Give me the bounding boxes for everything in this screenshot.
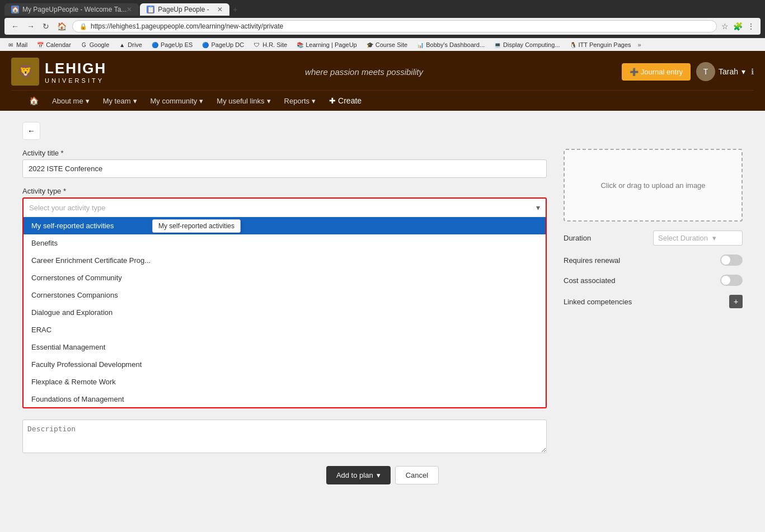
address-bar[interactable]: 🔒 https://lehighes1.pageuppeople.com/lea…: [72, 20, 717, 32]
activity-type-container: Select your activity type ▾ My self-repo…: [22, 197, 547, 408]
description-textarea[interactable]: [22, 420, 547, 453]
dropdown-item-flexplace[interactable]: Flexplace & Remote Work: [24, 373, 546, 390]
duration-label: Duration: [564, 234, 591, 242]
new-tab-button[interactable]: +: [231, 4, 240, 15]
bookmark-mail[interactable]: ✉ Mail: [4, 40, 30, 50]
logo-shield: 🦁: [11, 58, 39, 86]
activity-select-header[interactable]: Select your activity type ▾: [24, 199, 546, 217]
activity-title-input[interactable]: [22, 159, 547, 178]
bookmark-bobby[interactable]: 📊 Bobby's Dashboard...: [414, 40, 487, 50]
bookmark-drive[interactable]: ▲ Drive: [116, 40, 144, 50]
nav-about-me-label: About me: [52, 97, 83, 105]
bookmark-google[interactable]: G Google: [78, 40, 111, 50]
bookmark-pageup-es[interactable]: 🔵 PageUp ES: [149, 40, 195, 50]
duration-select[interactable]: Select Duration ▾: [653, 230, 743, 246]
app-nav: 🏠 About me ▾ My team ▾ My community ▾ My…: [11, 90, 754, 111]
bookmark-bobby-label: Bobby's Dashboard...: [426, 41, 485, 48]
cost-associated-toggle[interactable]: [720, 275, 743, 286]
nav-home[interactable]: 🏠: [22, 91, 45, 111]
logo-area: 🦁 LEHIGH UNIVERSITY: [11, 58, 106, 86]
dropdown-item-label-faculty: Faculty Professional Development: [31, 360, 142, 369]
dropdown-item-erac[interactable]: ERAC: [24, 321, 546, 338]
dropdown-item-benefits[interactable]: Benefits: [24, 234, 546, 252]
nav-about-me[interactable]: About me ▾: [45, 91, 96, 111]
menu-icon[interactable]: ⋮: [746, 21, 756, 32]
reload-btn[interactable]: ↻: [40, 21, 51, 32]
bookmarks-bar: ✉ Mail 📅 Calendar G Google ▲ Drive 🔵 Pag…: [0, 38, 765, 51]
dropdown-item-self-reported[interactable]: My self-reported activities My self-repo…: [24, 217, 546, 234]
forward-browser-btn[interactable]: →: [25, 21, 37, 32]
dropdown-item-cornerstones-community[interactable]: Cornerstones of Community: [24, 269, 546, 286]
requires-renewal-toggle[interactable]: [720, 255, 743, 266]
bookmark-google-label: Google: [90, 41, 109, 48]
nav-my-community[interactable]: My community ▾: [144, 91, 210, 111]
home-browser-btn[interactable]: 🏠: [55, 21, 69, 32]
image-upload-box[interactable]: Click or drag to upload an image: [564, 149, 743, 222]
bookmark-course-site[interactable]: 🎓 Course Site: [364, 40, 410, 50]
dropdown-item-dialogue[interactable]: Dialogue and Exploration: [24, 304, 546, 321]
bookmark-drive-label: Drive: [128, 41, 142, 48]
nav-my-team-chevron: ▾: [133, 97, 137, 105]
bookmark-display[interactable]: 💻 Display Computing...: [491, 40, 562, 50]
dropdown-item-career[interactable]: Career Enrichment Certificate Prog...: [24, 252, 546, 269]
hr-site-icon: 🛡: [253, 41, 261, 49]
pageup-es-icon: 🔵: [151, 41, 159, 49]
browser-chrome: 🏠 My PageUpPeople - Welcome Ta... ✕ 📋 Pa…: [0, 0, 765, 38]
dropdown-item-label-dialogue: Dialogue and Exploration: [31, 308, 112, 317]
dropdown-item-foundations[interactable]: Foundations of Management: [24, 390, 546, 407]
dropdown-list: My self-reported activities My self-repo…: [24, 217, 546, 407]
activity-title-group: Activity title *: [22, 149, 547, 178]
browser-tab-1[interactable]: 🏠 My PageUpPeople - Welcome Ta... ✕: [4, 3, 139, 16]
bookmark-hr-site[interactable]: 🛡 H.R. Site: [251, 40, 289, 50]
dropdown-item-cornerstones-companions[interactable]: Cornerstones Companions: [24, 286, 546, 304]
browser-tab-2[interactable]: 📋 PageUp People - ✕: [140, 3, 229, 16]
cost-associated-label: Cost associated: [564, 276, 616, 285]
tab-close-2[interactable]: ✕: [217, 6, 223, 13]
nav-my-useful-links[interactable]: My useful links ▾: [210, 91, 277, 111]
linked-competencies-label: Linked competencies: [564, 298, 632, 306]
nav-create[interactable]: ✚ Create: [322, 91, 368, 111]
activity-title-label: Activity title *: [22, 149, 547, 157]
add-to-plan-label: Add to plan: [336, 471, 373, 479]
itt-icon: 🐧: [569, 41, 577, 49]
nav-create-label: Create: [338, 96, 362, 105]
nav-about-me-chevron: ▾: [86, 97, 90, 105]
requires-renewal-row: Requires renewal: [564, 255, 743, 266]
bookmark-pageup-dc[interactable]: 🔵 PageUp DC: [199, 40, 246, 50]
bookmark-itt[interactable]: 🐧 ITT Penguin Pages: [567, 40, 633, 50]
add-to-plan-chevron: ▾: [377, 471, 381, 479]
journal-plus-icon: ➕: [630, 68, 639, 76]
nav-my-team[interactable]: My team ▾: [96, 91, 144, 111]
bookmark-learning[interactable]: 📚 Learning | PageUp: [294, 40, 359, 50]
dropdown-item-faculty[interactable]: Faculty Professional Development: [24, 356, 546, 373]
info-icon[interactable]: ℹ: [751, 67, 754, 76]
bookmark-pageup-dc-label: PageUp DC: [211, 41, 244, 48]
nav-reports[interactable]: Reports ▾: [278, 91, 323, 111]
linked-competencies-row: Linked competencies +: [564, 295, 743, 308]
form-area: Activity title * Activity type * Select …: [22, 149, 743, 455]
dropdown-item-label-flexplace: Flexplace & Remote Work: [31, 378, 116, 386]
journal-entry-button[interactable]: ➕ Journal entry: [622, 63, 691, 81]
linked-competencies-button[interactable]: +: [729, 295, 743, 308]
tab-favicon-1: 🏠: [11, 6, 19, 13]
browser-tabs: 🏠 My PageUpPeople - Welcome Ta... ✕ 📋 Pa…: [4, 3, 761, 16]
extension-icon[interactable]: 🧩: [732, 21, 744, 32]
back-button[interactable]: ←: [22, 122, 40, 140]
tab-close-1[interactable]: ✕: [126, 6, 132, 13]
bookmark-hr-site-label: H.R. Site: [262, 41, 287, 48]
bookmark-mail-label: Mail: [16, 41, 27, 48]
back-browser-btn[interactable]: ←: [9, 21, 21, 32]
app-header-top: 🦁 LEHIGH UNIVERSITY where passion meets …: [11, 58, 754, 90]
add-to-plan-button[interactable]: Add to plan ▾: [326, 466, 391, 484]
bookmarks-more[interactable]: »: [638, 41, 641, 48]
user-area[interactable]: T Tarah ▾: [696, 62, 745, 81]
activity-type-box[interactable]: Select your activity type ▾ My self-repo…: [22, 197, 547, 408]
dropdown-item-label-benefits: Benefits: [31, 239, 58, 247]
cancel-button[interactable]: Cancel: [395, 466, 439, 484]
dropdown-item-essential[interactable]: Essential Management: [24, 338, 546, 356]
bookmark-learning-label: Learning | PageUp: [306, 41, 357, 48]
star-icon[interactable]: ☆: [720, 21, 730, 32]
activity-type-group: Activity type * Select your activity typ…: [22, 187, 547, 408]
bobby-icon: 📊: [416, 41, 424, 49]
bookmark-calendar[interactable]: 📅 Calendar: [34, 40, 73, 50]
